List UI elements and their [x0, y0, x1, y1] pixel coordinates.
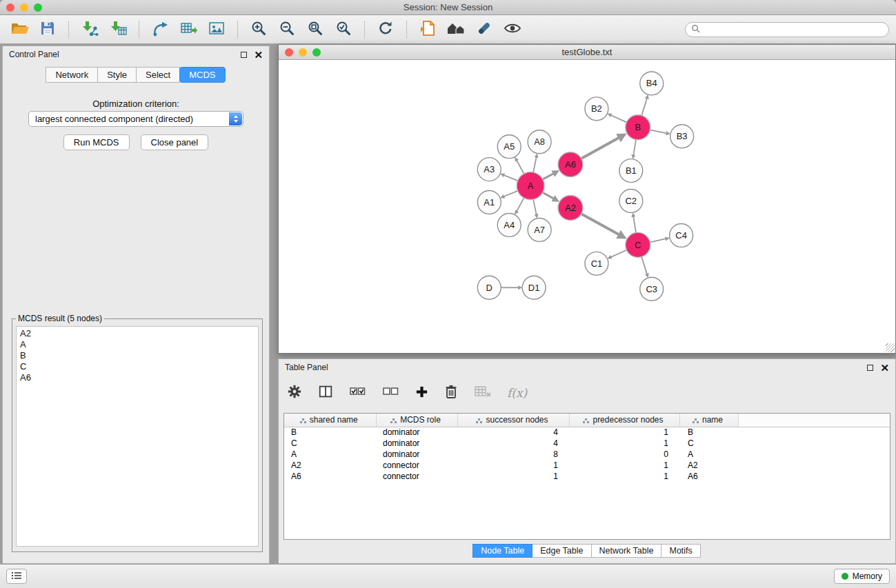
edge-A-A6[interactable]	[543, 172, 558, 180]
session-from-clipboard-button[interactable]	[415, 18, 440, 41]
float-table-panel-icon[interactable]	[867, 365, 873, 371]
analyzer-button[interactable]	[472, 18, 497, 41]
node-B[interactable]: B	[626, 115, 650, 140]
edge-A-A5[interactable]	[515, 158, 524, 174]
node-B4[interactable]: B4	[640, 72, 664, 95]
function-builder-button[interactable]: f(x)	[507, 386, 527, 400]
import-network-button[interactable]	[77, 18, 102, 41]
result-item[interactable]: A	[20, 339, 255, 350]
node-B3[interactable]: B3	[670, 125, 694, 148]
table-row[interactable]: A2connector11A2	[284, 460, 890, 471]
run-mcds-button[interactable]: Run MCDS	[63, 134, 130, 150]
search-input[interactable]	[704, 25, 883, 34]
edge-A-A7[interactable]	[533, 199, 537, 217]
network-canvas[interactable]: AA1A2A3A4A5A6A7A8BB1B2B3B4CC1C2C3C4DD1	[279, 60, 895, 353]
edge-A6-B[interactable]	[581, 134, 625, 159]
node-table[interactable]: shared nameMCDS rolesuccessor nodesprede…	[283, 413, 890, 540]
zoom-in-button[interactable]	[246, 18, 271, 41]
edge-A-A4[interactable]	[515, 198, 524, 214]
add-row-button[interactable]	[415, 385, 428, 401]
float-panel-icon[interactable]	[241, 52, 247, 58]
export-table-button[interactable]	[176, 18, 201, 41]
clear-table-button[interactable]	[474, 385, 491, 401]
save-session-button[interactable]	[35, 18, 60, 41]
result-item[interactable]: C	[20, 361, 255, 372]
import-table-button[interactable]	[106, 18, 130, 41]
node-D1[interactable]: D1	[522, 276, 546, 299]
edge-A-A3[interactable]	[501, 174, 518, 181]
open-session-button[interactable]	[7, 18, 32, 41]
show-hide-button[interactable]	[500, 18, 525, 41]
fullscreen-window-button[interactable]	[34, 3, 42, 12]
home-button[interactable]	[444, 18, 468, 41]
column-header-predecessor-nodes[interactable]: predecessor nodes	[569, 414, 679, 427]
column-manager-button[interactable]	[318, 384, 333, 402]
close-panel-button[interactable]: Close panel	[141, 134, 209, 150]
network-close-button[interactable]	[285, 48, 293, 57]
memory-button[interactable]: Memory	[834, 569, 890, 584]
column-header-successor-nodes[interactable]: successor nodes	[457, 414, 569, 427]
node-A5[interactable]: A5	[497, 135, 521, 159]
table-settings-button[interactable]	[287, 384, 302, 402]
column-header-MCDS-role[interactable]: MCDS role	[376, 414, 457, 427]
edge-C-C1[interactable]	[608, 250, 626, 258]
close-window-button[interactable]	[6, 3, 14, 12]
result-item[interactable]: A2	[20, 328, 255, 339]
network-minimize-button[interactable]	[299, 48, 307, 57]
node-A1[interactable]: A1	[477, 191, 501, 214]
edge-C-C2[interactable]	[633, 214, 636, 233]
edge-B-B1[interactable]	[633, 140, 636, 159]
network-canvas-svg[interactable]: AA1A2A3A4A5A6A7A8BB1B2B3B4CC1C2C3C4DD1	[279, 60, 895, 353]
select-all-button[interactable]	[349, 384, 366, 402]
export-image-button[interactable]	[204, 18, 229, 41]
node-C4[interactable]: C4	[670, 223, 693, 247]
tab-style[interactable]: Style	[97, 67, 137, 83]
node-A3[interactable]: A3	[477, 158, 501, 181]
tab-network-table[interactable]: Network Table	[591, 544, 662, 558]
refresh-button[interactable]	[373, 18, 398, 41]
node-C[interactable]: C	[626, 232, 650, 257]
minimize-window-button[interactable]	[20, 3, 28, 12]
zoom-out-button[interactable]	[275, 18, 299, 41]
column-header-shared-name[interactable]: shared name	[284, 414, 376, 427]
edge-C-C4[interactable]	[650, 238, 668, 242]
result-item[interactable]: A6	[20, 372, 255, 383]
export-network-button[interactable]	[148, 18, 172, 41]
table-row[interactable]: Bdominator41B	[284, 427, 890, 438]
tab-edge-table[interactable]: Edge Table	[532, 544, 591, 558]
delete-row-button[interactable]	[444, 384, 458, 402]
node-B2[interactable]: B2	[585, 97, 608, 121]
criterion-dropdown[interactable]: largest connected component (directed)	[28, 111, 243, 127]
resize-grip[interactable]	[886, 343, 895, 352]
zoom-selected-button[interactable]	[331, 18, 356, 41]
edge-A-A2[interactable]	[543, 192, 558, 201]
edge-B-B4[interactable]	[641, 96, 648, 116]
node-A8[interactable]: A8	[528, 130, 551, 154]
mcds-result-list[interactable]: A2ABCA6	[16, 326, 259, 547]
zoom-fit-button[interactable]	[303, 18, 328, 41]
edge-A2-C[interactable]	[581, 214, 625, 238]
node-C1[interactable]: C1	[585, 252, 608, 275]
table-row[interactable]: Cdominator41C	[284, 438, 890, 449]
tab-mcds[interactable]: MCDS	[179, 67, 225, 83]
table-row[interactable]: A6connector11A6	[284, 471, 890, 482]
node-A4[interactable]: A4	[497, 213, 521, 236]
close-panel-icon[interactable]: ✕	[254, 50, 263, 60]
node-A2[interactable]: A2	[558, 196, 583, 221]
close-table-panel-icon[interactable]: ✕	[880, 363, 889, 373]
network-zoom-button[interactable]	[312, 48, 321, 57]
deselect-all-button[interactable]	[382, 384, 399, 402]
column-header-name[interactable]: name	[679, 414, 738, 427]
node-B1[interactable]: B1	[619, 159, 643, 183]
node-A6[interactable]: A6	[558, 152, 583, 177]
table-row[interactable]: Adominator80A	[284, 449, 890, 460]
tab-node-table[interactable]: Node Table	[472, 544, 532, 558]
node-C3[interactable]: C3	[640, 277, 664, 301]
node-C2[interactable]: C2	[619, 190, 643, 213]
tab-network[interactable]: Network	[46, 67, 98, 83]
edge-A-A8[interactable]	[533, 154, 537, 172]
edge-A-A1[interactable]	[501, 191, 518, 198]
tab-select[interactable]: Select	[136, 67, 180, 83]
edge-B-B3[interactable]	[650, 130, 669, 134]
result-item[interactable]: B	[20, 350, 255, 361]
